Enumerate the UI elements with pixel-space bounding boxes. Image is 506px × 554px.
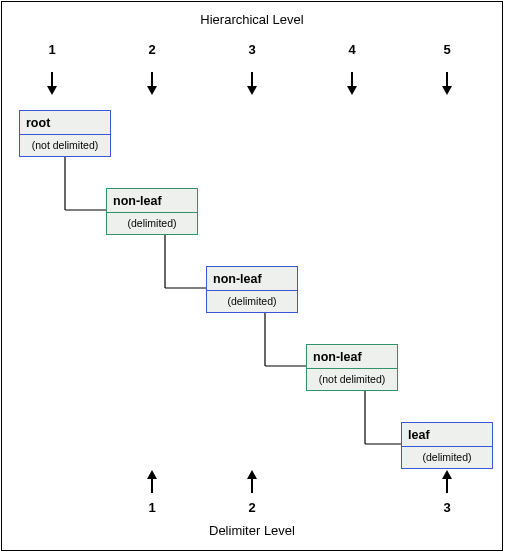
node-sub: (not delimited) [20,135,110,156]
node-label: non-leaf [207,267,297,291]
node-label: non-leaf [107,189,197,213]
diagram-frame: Hierarchical Level Delimiter Level 1 2 3… [1,1,503,551]
node-label: root [20,111,110,135]
node-nonleaf-2: non-leaf (delimited) [106,188,198,235]
node-nonleaf-3: non-leaf (delimited) [206,266,298,313]
node-sub: (not delimited) [307,369,397,390]
node-root: root (not delimited) [19,110,111,157]
node-label: non-leaf [307,345,397,369]
node-sub: (delimited) [207,291,297,312]
node-nonleaf-4: non-leaf (not delimited) [306,344,398,391]
node-sub: (delimited) [107,213,197,234]
node-sub: (delimited) [402,447,492,468]
node-leaf: leaf (delimited) [401,422,493,469]
node-label: leaf [402,423,492,447]
